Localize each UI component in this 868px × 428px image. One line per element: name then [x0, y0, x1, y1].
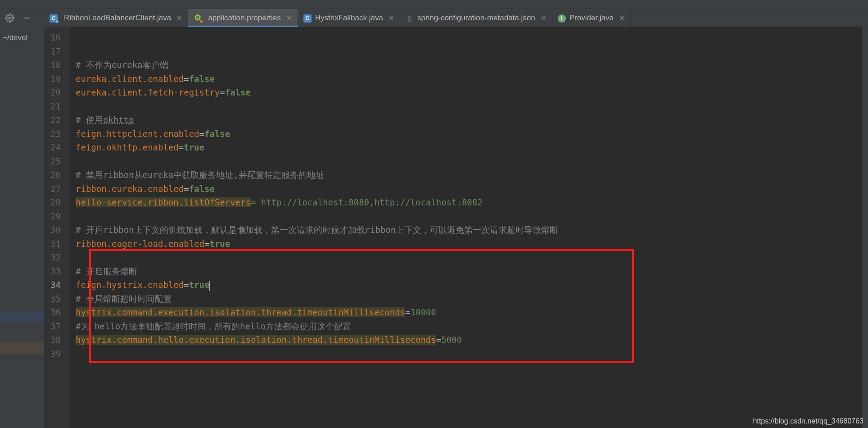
code-token: false: [204, 129, 230, 139]
line-number[interactable]: 35: [48, 292, 61, 306]
line-number[interactable]: 27: [48, 182, 61, 196]
code-line[interactable]: [76, 31, 862, 45]
line-number[interactable]: 18: [48, 58, 61, 72]
code-token: = http://localhost:8080,http://localhost…: [251, 197, 483, 207]
code-token: hello-service.ribbon.listOfServers: [76, 197, 251, 207]
editor-tab[interactable]: CHystrixFallback.java✕: [298, 9, 400, 27]
line-number[interactable]: 37: [48, 319, 61, 333]
code-line[interactable]: # 开启ribbon上下文的饥饿加载，默认是懒加载，第一次请求的时候才加载rib…: [76, 223, 862, 237]
code-line[interactable]: hystrix.command.hello.execution.isolatio…: [76, 333, 862, 347]
code-token: hystrix.command.execution.isolation.thre…: [76, 307, 405, 317]
modified-indicator-icon: [56, 20, 59, 23]
svg-point-0: [9, 17, 11, 19]
editor-tab[interactable]: IProvider.java✕: [552, 9, 631, 27]
code-token: =: [405, 307, 410, 317]
code-line[interactable]: hello-service.ribbon.listOfServers= http…: [76, 196, 862, 209]
code-token: true: [184, 142, 204, 152]
code-token: false: [189, 184, 215, 194]
code-token: hystrix.command.hello.execution.isolatio…: [76, 335, 436, 345]
line-number[interactable]: 31: [48, 237, 61, 251]
code-line[interactable]: # 全局熔断超时时间配置: [76, 292, 862, 306]
line-number[interactable]: 21: [48, 100, 61, 114]
line-number[interactable]: 36: [48, 305, 61, 319]
line-number[interactable]: 30: [48, 223, 61, 237]
code-token: false: [189, 74, 215, 84]
line-number[interactable]: 19: [48, 72, 61, 86]
close-icon[interactable]: ✕: [286, 14, 292, 22]
close-icon[interactable]: ✕: [541, 14, 547, 22]
line-number[interactable]: 28: [48, 196, 61, 209]
line-number[interactable]: 22: [48, 113, 61, 127]
close-icon[interactable]: ✕: [389, 14, 394, 22]
code-line[interactable]: #为 hello方法单独配置超时时间，所有的hello方法都会使用这个配置: [76, 319, 862, 333]
line-number[interactable]: 16: [48, 31, 61, 45]
line-number[interactable]: 26: [48, 168, 61, 182]
line-number[interactable]: 17: [48, 45, 61, 59]
line-number[interactable]: 29: [48, 209, 61, 223]
close-icon[interactable]: ✕: [619, 14, 625, 22]
code-token: #为 hello方法单独配置超时时间，所有的hello方法都会使用这个配置: [76, 321, 351, 331]
tab-label: RibbonLoadBalancerClient.java: [64, 14, 171, 23]
code-line[interactable]: # 禁用ribbon从eureka中获取服务地址,并配置特定服务的地址: [76, 168, 862, 182]
code-token: =: [179, 142, 184, 152]
close-icon[interactable]: ✕: [176, 14, 182, 22]
code-token: eureka.client.enabled: [76, 74, 184, 84]
code-line[interactable]: feign.hystrix.enabled=true: [76, 278, 862, 292]
editor-tab-bar: CRibbonLoadBalancerClient.java✕⚙applicat…: [44, 9, 868, 27]
line-number[interactable]: 39: [48, 347, 61, 361]
code-token: =: [220, 87, 225, 97]
code-line[interactable]: hystrix.command.execution.isolation.thre…: [76, 305, 862, 319]
editor-tab[interactable]: {}spring-configuration-metadata.json✕: [400, 9, 552, 27]
editor-tab[interactable]: CRibbonLoadBalancerClient.java✕: [44, 9, 188, 27]
modified-indicator-icon: [200, 20, 203, 23]
code-line[interactable]: eureka.client.enabled=false: [76, 72, 862, 86]
code-line[interactable]: # 使用okhttp: [76, 113, 862, 127]
gear-icon[interactable]: [5, 14, 14, 24]
code-line[interactable]: [76, 100, 862, 114]
main-container: ~/devel CRibbonLoadBalancerClient.java✕⚙…: [0, 9, 868, 428]
code-token: =: [436, 335, 441, 345]
sidebar-selection-marker: [0, 312, 44, 323]
sidebar-modified-marker: [0, 342, 44, 354]
code-line[interactable]: eureka.client.fetch-registry=false: [76, 86, 862, 100]
editor-area: CRibbonLoadBalancerClient.java✕⚙applicat…: [44, 9, 868, 428]
code-token: # 全局熔断超时时间配置: [76, 294, 172, 304]
line-number[interactable]: 23: [48, 127, 61, 141]
line-number[interactable]: 34: [48, 278, 61, 292]
code-line[interactable]: [76, 209, 862, 223]
line-number[interactable]: 33: [48, 264, 61, 278]
watermark-text: https://blog.csdn.net/qq_34680763: [753, 417, 863, 425]
code-token: feign.okhttp.enabled: [76, 142, 179, 152]
line-number[interactable]: 24: [48, 141, 61, 155]
code-line[interactable]: # 开启服务熔断: [76, 264, 862, 278]
code-token: ribbon.eureka.enabled: [76, 184, 184, 194]
minimize-icon[interactable]: [23, 14, 32, 24]
line-number[interactable]: 32: [48, 250, 61, 264]
code-line[interactable]: [76, 347, 862, 361]
file-type-icon: I: [558, 14, 566, 23]
code-line[interactable]: [76, 45, 862, 59]
code-token: true: [189, 280, 210, 290]
tab-label: application.properties: [208, 14, 281, 23]
code-token: # 禁用ribbon从eureka中获取服务地址,并配置特定服务的地址: [76, 170, 324, 180]
code-token: # 开启服务熔断: [76, 266, 137, 276]
line-number[interactable]: 25: [48, 155, 61, 168]
text-caret: [209, 281, 210, 291]
code-area[interactable]: # 不作为eureka客户端eureka.client.enabled=fals…: [69, 27, 862, 428]
vertical-scrollbar[interactable]: [862, 27, 868, 428]
tab-label: Provider.java: [570, 14, 614, 23]
code-token: true: [209, 239, 230, 249]
code-token: eureka.client.fetch-registry: [76, 87, 220, 97]
code-token: 10000: [411, 307, 436, 317]
editor-tab[interactable]: ⚙application.properties✕: [188, 9, 298, 27]
code-line[interactable]: ribbon.eureka.enabled=false: [76, 182, 862, 196]
code-line[interactable]: ribbon.eager-load.enabled=true: [76, 237, 862, 251]
line-number[interactable]: 20: [48, 86, 61, 100]
code-line[interactable]: [76, 155, 862, 168]
gutter-line-numbers: 1617181920212223242526272829303132333435…: [44, 27, 69, 428]
code-line[interactable]: feign.httpclient.enabled=false: [76, 127, 862, 141]
code-line[interactable]: [76, 250, 862, 264]
line-number[interactable]: 38: [48, 333, 61, 347]
code-line[interactable]: # 不作为eureka客户端: [76, 58, 862, 72]
code-line[interactable]: feign.okhttp.enabled=true: [76, 141, 862, 155]
